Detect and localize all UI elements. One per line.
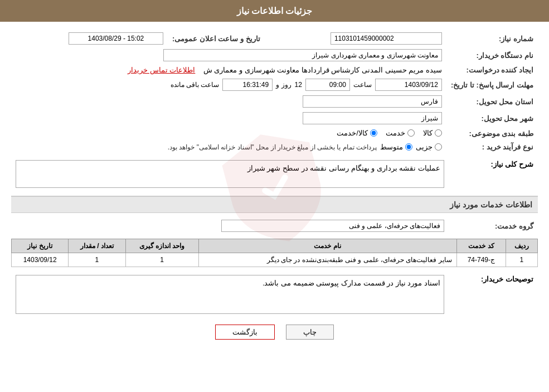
cell-date: 1403/09/12 <box>12 253 69 267</box>
value-deadline: ساعت 12 روز و ساعت باقی مانده <box>11 76 446 93</box>
radio-kala-khedmat-input[interactable] <box>370 129 377 137</box>
row-category: طبقه بندی موضوعی: کالا خدمت <box>11 127 538 141</box>
category-radio-group: کالا خدمت کالا/خدمت <box>337 129 442 137</box>
cell-qty: 1 <box>69 253 125 267</box>
main-info-table: شماره نیاز: تاریخ و ساعت اعلان عمومی: نا… <box>11 30 538 153</box>
th-row: ردیف <box>506 239 537 253</box>
process-note: پرداخت تمام یا بخشی از مبلغ خریدار از مح… <box>168 143 377 151</box>
th-qty: تعداد / مقدار <box>69 239 125 253</box>
radio-motawaset-label: متوسط <box>380 143 403 151</box>
process-row: جزیی متوسط پرداخت تمام یا بخشی از مبلغ خ… <box>16 143 442 151</box>
cell-row: 1 <box>506 253 537 267</box>
radio-kala[interactable]: کالا <box>423 129 442 137</box>
description-section: شرح کلی نیاز: عملیات نقشه برداری و بهنگا… <box>11 158 538 190</box>
radio-motawaset[interactable]: متوسط <box>380 143 412 151</box>
buyer-notes-content: اسناد مورد نیاز در قسمت مدارک پیوستی ضمی… <box>16 275 444 314</box>
value-org <box>11 47 446 64</box>
label-service-group: گروه خدمت: <box>449 217 538 234</box>
label-creator: ایجاد کننده درخواست: <box>446 64 538 76</box>
label-process: نوع فرآیند خرید : <box>446 141 538 153</box>
page-title: جزئیات اطلاعات نیاز <box>237 6 313 16</box>
row-org: نام دستگاه خریدار: <box>11 47 538 64</box>
cell-unit: 1 <box>125 253 198 267</box>
label-date: تاریخ و ساعت اعلان عمومی: <box>168 30 265 47</box>
service-group-input[interactable] <box>221 220 444 232</box>
label-org: نام دستگاه خریدار: <box>446 47 538 64</box>
value-service-group <box>11 217 449 234</box>
remaining-label: ساعت باقی مانده <box>171 81 220 89</box>
value-date <box>11 30 168 47</box>
radio-kala-khedmat[interactable]: کالا/خدمت <box>337 129 377 137</box>
buyer-notes-section: توصیحات خریدار: اسناد مورد نیاز در قسمت … <box>11 273 538 316</box>
value-province <box>11 93 446 110</box>
description-row: شرح کلی نیاز: عملیات نقشه برداری و بهنگا… <box>11 158 538 190</box>
print-button[interactable]: چاپ <box>286 325 334 340</box>
radio-kala-label: کالا <box>423 129 433 137</box>
city-input[interactable] <box>303 112 442 124</box>
services-data-table: ردیف کد خدمت نام خدمت واحد اندازه گیری ت… <box>11 239 538 267</box>
time-label: ساعت <box>353 81 372 89</box>
row-deadline: مهلت ارسال پاسخ: تا تاریخ: ساعت 12 روز و… <box>11 76 538 93</box>
value-process: جزیی متوسط پرداخت تمام یا بخشی از مبلغ خ… <box>11 141 446 153</box>
value-creator: سیده مریم حسینی المدنی کارشناس قراردادها… <box>11 64 446 76</box>
page-header: جزئیات اطلاعات نیاز <box>0 0 549 22</box>
bottom-buttons: چاپ بازگشت <box>11 325 538 340</box>
radio-khedmat[interactable]: خدمت <box>386 129 415 137</box>
content-area: شماره نیاز: تاریخ و ساعت اعلان عمومی: نا… <box>0 22 549 354</box>
th-unit: واحد اندازه گیری <box>125 239 198 253</box>
cell-code: ج-749-74 <box>456 253 506 267</box>
deadline-time-input[interactable] <box>305 79 350 91</box>
label-category: طبقه بندی موضوعی: <box>446 127 538 141</box>
row-creator: ایجاد کننده درخواست: سیده مریم حسینی الم… <box>11 64 538 76</box>
label-province: استان محل تحویل: <box>446 93 538 110</box>
deadline-date-input[interactable] <box>375 79 442 91</box>
page-wrapper: جزئیات اطلاعات نیاز شماره نیاز: تاریخ و … <box>0 0 549 392</box>
row-city: شهر محل تحویل: <box>11 110 538 127</box>
value-city <box>11 110 446 127</box>
value-number <box>265 30 446 47</box>
value-category: کالا خدمت کالا/خدمت <box>11 127 446 141</box>
services-table-head: ردیف کد خدمت نام خدمت واحد اندازه گیری ت… <box>12 239 538 253</box>
creator-link[interactable]: اطلاعات تماس خریدار <box>128 66 195 74</box>
radio-kala-input[interactable] <box>435 129 442 137</box>
radio-motawaset-input[interactable] <box>405 143 412 151</box>
services-header-row: ردیف کد خدمت نام خدمت واحد اندازه گیری ت… <box>12 239 538 253</box>
radio-kala-khedmat-label: کالا/خدمت <box>337 129 368 137</box>
date-input[interactable] <box>69 32 163 45</box>
service-group-table: گروه خدمت: <box>11 217 538 234</box>
label-buyer-notes: توصیحات خریدار: <box>449 273 538 316</box>
day-label: روز و <box>276 81 291 89</box>
days-value: 12 <box>295 81 302 89</box>
description-text: عملیات نقشه برداری و بهنگام رسانی نقشه د… <box>247 164 440 172</box>
cell-name: سایر فعالیت‌های حرفه‌ای، علمی و فنی طبقه… <box>198 253 456 267</box>
back-button[interactable]: بازگشت <box>215 325 275 340</box>
province-input[interactable] <box>303 95 442 108</box>
row-number-date: شماره نیاز: تاریخ و ساعت اعلان عمومی: <box>11 30 538 47</box>
radio-jozi[interactable]: جزیی <box>416 143 442 151</box>
description-content: عملیات نقشه برداری و بهنگام رسانی نقشه د… <box>16 160 444 188</box>
label-description: شرح کلی نیاز: <box>449 158 538 190</box>
radio-jozi-input[interactable] <box>435 143 442 151</box>
label-deadline: مهلت ارسال پاسخ: تا تاریخ: <box>446 76 538 93</box>
buyer-notes-row: توصیحات خریدار: اسناد مورد نیاز در قسمت … <box>11 273 538 316</box>
value-buyer-notes: اسناد مورد نیاز در قسمت مدارک پیوستی ضمی… <box>11 273 449 316</box>
radio-khedmat-label: خدمت <box>386 129 405 137</box>
radio-khedmat-input[interactable] <box>407 129 415 137</box>
label-city: شهر محل تحویل: <box>446 110 538 127</box>
radio-jozi-label: جزیی <box>416 143 433 151</box>
org-input[interactable] <box>163 49 442 61</box>
number-input[interactable] <box>331 32 442 45</box>
th-date: تاریخ نیاز <box>12 239 69 253</box>
creator-text: سیده مریم حسینی المدنی کارشناس قراردادها… <box>203 66 442 74</box>
buyer-notes-text: اسناد مورد نیاز در قسمت مدارک پیوستی ضمی… <box>263 279 440 287</box>
deadline-remaining-input[interactable] <box>222 79 273 91</box>
th-code: کد خدمت <box>456 239 506 253</box>
row-province: استان محل تحویل: <box>11 93 538 110</box>
service-group-row: گروه خدمت: <box>11 217 538 234</box>
value-description: عملیات نقشه برداری و بهنگام رسانی نقشه د… <box>11 158 449 190</box>
services-section-title: اطلاعات خدمات مورد نیاز <box>11 196 538 213</box>
services-table-body: 1 ج-749-74 سایر فعالیت‌های حرفه‌ای، علمی… <box>12 253 538 267</box>
label-number: شماره نیاز: <box>446 30 538 47</box>
row-process: نوع فرآیند خرید : جزیی متوسط پرداخت تمام… <box>11 141 538 153</box>
deadline-row: ساعت 12 روز و ساعت باقی مانده <box>16 79 442 91</box>
